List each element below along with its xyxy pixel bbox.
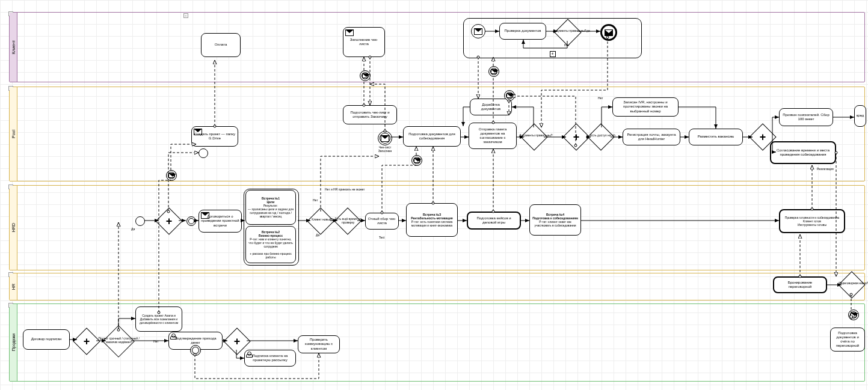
event-msg-4[interactable] bbox=[488, 66, 499, 77]
task-meeting4[interactable]: Встреча №4 Подготовка к собеседованиямР-… bbox=[529, 204, 581, 236]
user-icon bbox=[246, 352, 252, 358]
edge-label-no: Нет bbox=[153, 340, 159, 343]
event-msg-2[interactable] bbox=[360, 70, 371, 81]
pool-label: Pool bbox=[11, 130, 16, 138]
message-icon bbox=[345, 29, 354, 36]
bpmn-canvas[interactable]: − Клиент − Pool − HRD − HR − Продажи − О… bbox=[0, 0, 868, 390]
task-cases[interactable]: Подготовка кейсов и деловой игры bbox=[467, 212, 521, 230]
end-message-event[interactable] bbox=[600, 24, 617, 41]
task-prepare-checklist[interactable]: Подготовить чек-лист и отправить Заказчи… bbox=[343, 105, 397, 124]
start-message-event[interactable] bbox=[471, 24, 485, 38]
task-check-docs[interactable]: Проверка документов bbox=[499, 23, 546, 40]
start-event-hrd[interactable] bbox=[135, 216, 145, 226]
task-post-vacancy[interactable]: Разместить вакансию bbox=[689, 129, 743, 145]
task-reg-hh[interactable]: Регистрация почты, аккаунта для HeadHunt… bbox=[623, 129, 680, 145]
event-boundary[interactable] bbox=[190, 345, 201, 356]
label-text: Text bbox=[379, 236, 384, 239]
task-agree-time[interactable]: Согласование времени и места проведения … bbox=[770, 141, 836, 164]
pool-label: Продажи bbox=[11, 334, 16, 351]
task-checklist-collect[interactable]: Очный сбор чек-листа bbox=[365, 213, 399, 230]
envelope-icon bbox=[605, 29, 613, 36]
edge-label-yes: Да bbox=[316, 233, 319, 237]
pool-client: − Клиент bbox=[9, 12, 865, 82]
task-send-docs[interactable]: Отправка пакета документов на согласован… bbox=[469, 123, 517, 149]
task-book-room[interactable]: Бронирование переговорной bbox=[773, 276, 827, 293]
edge-label-no: Нет и HR приехать не может bbox=[325, 187, 365, 191]
envelope-icon bbox=[362, 73, 368, 78]
task-subscribe[interactable]: Подписка клиента на проектную рассылку bbox=[244, 350, 296, 367]
event-message-sales[interactable] bbox=[848, 309, 859, 320]
collapse-toggle[interactable]: − bbox=[183, 13, 188, 18]
task-client-checklist[interactable]: Заполнение чек-листа bbox=[343, 27, 385, 57]
pool-label: Клиент bbox=[11, 40, 16, 54]
task-contract[interactable]: Договор подписан bbox=[23, 329, 70, 350]
envelope-icon bbox=[491, 69, 497, 74]
user-icon bbox=[170, 334, 176, 340]
task-refine-docs[interactable]: Доработка документов bbox=[470, 99, 512, 115]
expand-icon[interactable]: + bbox=[550, 51, 556, 57]
edge-label-no: Нет bbox=[598, 96, 603, 100]
task-asana[interactable]: Создать проект Asana и Добавить все поже… bbox=[135, 306, 182, 332]
event-label: Чек-лист Заполнен bbox=[373, 145, 397, 153]
task-ivr[interactable]: Записан IVR, настроены и протестированы … bbox=[612, 97, 679, 117]
task-check-comm[interactable]: Проверить коммуникацию с клиентом bbox=[298, 335, 340, 353]
edge-label-yes: да bbox=[586, 29, 590, 32]
task-meeting2[interactable]: Встреча №2 Бизнес-процессР-тат: нам и кл… bbox=[245, 226, 296, 263]
start-event[interactable] bbox=[199, 148, 208, 158]
envelope-icon bbox=[168, 173, 174, 178]
message-icon bbox=[201, 212, 209, 219]
envelope-icon bbox=[474, 28, 482, 35]
task-create-project[interactable]: Создать проект — папку G.Drive bbox=[191, 126, 238, 147]
envelope-icon bbox=[414, 158, 420, 163]
event-msg-3[interactable] bbox=[411, 155, 422, 166]
task-prep-docs-bill[interactable]: Подготовка документов и счёта по перегов… bbox=[830, 328, 865, 352]
envelope-icon bbox=[506, 93, 512, 98]
edge-label-no: Нет bbox=[313, 198, 318, 202]
subprocess-client-review[interactable]: + bbox=[463, 18, 642, 58]
task-client-pay[interactable]: Оплата bbox=[201, 33, 241, 57]
pool-hr: − HR bbox=[9, 273, 865, 300]
label-realization: Реализация bbox=[817, 167, 834, 171]
envelope-icon bbox=[851, 312, 857, 317]
task-prepare-docs[interactable]: Подготовка документов для собеседования bbox=[403, 126, 461, 147]
envelope-icon bbox=[381, 135, 389, 142]
task-readiness[interactable]: Проверка готовности к собеседованию Клие… bbox=[779, 209, 845, 233]
event-msg-1[interactable] bbox=[166, 170, 177, 181]
event-checklist-filled[interactable] bbox=[378, 131, 392, 145]
event-intermediate[interactable] bbox=[186, 216, 196, 226]
task-meeting3[interactable]: Встреча №3 Рентабельность-мотивацияР-тат… bbox=[406, 203, 458, 237]
task-calls[interactable]: Прозвон соискателей. Сбор 100 анкет bbox=[779, 108, 833, 126]
pool-label: HR bbox=[11, 284, 16, 290]
edge-label-no: Нет bbox=[564, 43, 570, 47]
event-msg-5[interactable] bbox=[504, 90, 515, 101]
pool-label: HRD bbox=[11, 223, 16, 232]
task-meeting1[interactable]: Встреча №1 ЦелиРезультат: — прописаны це… bbox=[245, 190, 296, 225]
task-cred[interactable]: кред bbox=[854, 105, 866, 127]
task-arrange-meeting[interactable]: Договориться о проведении проектной встр… bbox=[199, 210, 242, 233]
message-icon bbox=[194, 129, 202, 135]
edge-label-yes: Да bbox=[131, 227, 135, 231]
